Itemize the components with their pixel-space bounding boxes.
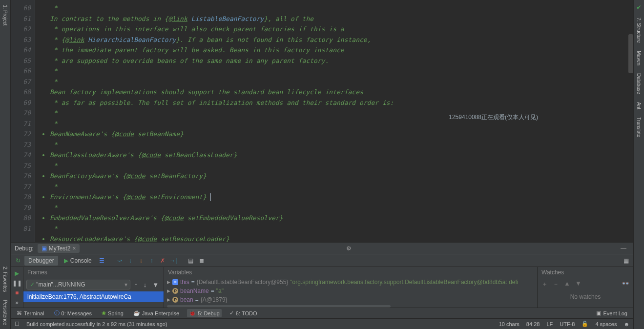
ant-toolwindow[interactable]: Ant [635,98,643,113]
encoding[interactable]: UTF-8 [560,321,575,327]
bottom-toolbar: ⌘Terminal ⓘ0: Messages ❀Spring ☕Java Ent… [11,308,633,318]
drop-frame-icon[interactable]: ✗ [158,256,167,265]
code-line[interactable]: * are supposed to override beans of the … [35,56,633,66]
terminal-tool[interactable]: ⌘Terminal [15,309,46,317]
persistence-toolwindow[interactable]: Persistence [1,296,9,329]
messages-tool[interactable]: ⓘ0: Messages [52,308,94,318]
favorites-toolwindow[interactable]: 2: Favorites [1,263,9,296]
variables-pane: Variables ▶≡ this = {DefaultListableBean… [164,267,538,308]
debug-toolbar: ↻ Debugger ▶Console ☰ ⤻ ↓ ↓ ↑ ✗ →| ▤ ≣ ▦ [11,254,633,267]
code-line[interactable]: * [35,108,633,119]
more-icon[interactable]: » [15,299,19,306]
rerun-icon[interactable]: ↻ [14,256,22,265]
caret-pos[interactable]: 84:28 [526,321,540,327]
watches-pane: Watches ＋ － ▲ ▼ 👓 No watches [538,267,633,308]
variable-row[interactable]: ▶≡ this = {DefaultListableBeanFactory@95… [164,278,537,287]
left-toolbar: 1: Project 2: Favorites Persistence [0,0,11,329]
frames-pane: Frames ✓ "main"...RUNNING ↑ ↓ ▼ initiali… [23,267,164,308]
code-line[interactable]: * Bean factory implementations should su… [35,77,633,98]
viewer-notice: 1259410088正在观看(仅本人可见) [449,113,538,122]
pause-icon[interactable]: ❚❚ [12,280,22,287]
editor-area: 6061626364656667686970717273747576777879… [11,0,633,242]
code-line[interactable]: * {@link HierarchicalBeanFactory}. If a … [35,35,633,45]
watches-title: Watches [538,267,633,278]
debug-tool[interactable]: 🐞5: Debug [187,309,222,317]
threads-icon[interactable]: ☰ [98,256,106,265]
structure-toolwindow[interactable]: 7: Structure [635,14,643,47]
watch-up-icon[interactable]: ▲ [564,280,570,288]
prev-frame-icon[interactable]: ↑ [132,281,140,288]
event-log-tool[interactable]: ▣Event Log [594,309,629,317]
indent[interactable]: 4 spaces [595,321,617,327]
thread-selector[interactable]: ✓ "main"...RUNNING [26,280,130,289]
run-to-cursor-icon[interactable]: →| [169,256,178,265]
stack-frame[interactable]: initializeBean:1776, AbstractAutowireCa [23,291,164,302]
todo-tool[interactable]: ✓6: TODO [228,309,259,317]
layout-icon[interactable]: ▦ [622,256,630,265]
console-tab[interactable]: ▶Console [60,256,96,266]
close-icon[interactable]: × [72,245,76,252]
code-editor[interactable]: * In contrast to the methods in {@link L… [35,0,633,242]
build-status: Build completed successfully in 2 s 92 m… [26,321,492,327]
run-controls: ▶ ❚❚ ■ » [11,267,23,308]
code-line[interactable]: * BeanNameAware's {@code setBeanName} [35,119,633,140]
minimize-icon[interactable]: — [618,245,629,252]
watches-empty: No watches [538,290,633,300]
debugger-tab[interactable]: Debugger [24,256,58,266]
java-ee-tool[interactable]: ☕Java Enterprise [131,309,181,317]
right-toolbar: ✔ 7: Structure Maven Database Ant Transl… [633,0,644,329]
code-line[interactable]: * In contrast to the methods in {@link L… [35,3,633,24]
glasses-icon[interactable]: 👓 [622,280,629,288]
step-into-icon[interactable]: ↓ [126,256,135,265]
filter-icon[interactable]: ▼ [150,281,161,288]
watch-down-icon[interactable]: ▼ [575,280,582,288]
code-line[interactable]: * [35,66,633,77]
inspector-icon[interactable]: ☻ [623,321,629,327]
spring-tool[interactable]: ❀Spring [100,309,125,317]
trace-icon[interactable]: ≣ [197,256,206,265]
code-line[interactable]: * ResourceLoaderAware's {@code setResour… [35,224,633,243]
readonly-icon[interactable]: 🔓 [582,321,588,327]
debug-header: Debug: ▣ MyTest2 × ⚙ — [11,242,633,254]
analysis-ok-icon[interactable]: ✔ [637,3,641,11]
database-toolwindow[interactable]: Database [635,69,643,98]
resume-icon[interactable]: ▶ [15,270,19,277]
code-line[interactable]: * as far as possible. The full set of in… [35,98,633,108]
variable-row[interactable]: ▶P beanName = "a" [164,287,537,295]
scrollbar[interactable] [628,34,633,73]
variable-row[interactable]: ▶P bean = {A@1879} [164,295,537,304]
line-sep[interactable]: LF [546,321,553,327]
step-out-icon[interactable]: ↑ [147,256,156,265]
stop-icon[interactable]: ■ [15,289,19,296]
step-over-icon[interactable]: ⤻ [115,256,124,265]
remove-watch-icon[interactable]: － [553,280,559,288]
debug-session-tab[interactable]: ▣ MyTest2 × [38,244,80,253]
frames-title: Frames [23,267,164,278]
code-line[interactable]: * BeanClassLoaderAware's {@code setBeanC… [35,140,633,161]
translate-toolwindow[interactable]: Translate [635,113,643,141]
next-frame-icon[interactable]: ↓ [142,281,149,288]
variables-title: Variables [164,267,537,278]
code-line[interactable]: * the immediate parent factory will be a… [35,45,633,56]
debug-title: Debug: [15,245,34,252]
debug-body: ▶ ❚❚ ■ » Frames ✓ "main"...RUNNING ↑ ↓ ▼… [11,267,633,308]
code-line[interactable]: * BeanFactoryAware's {@code setBeanFacto… [35,161,633,182]
evaluate-icon[interactable]: ▤ [187,256,195,265]
code-line[interactable]: * EnvironmentAware's {@code setEnvironme… [35,182,633,203]
project-toolwindow[interactable]: 1: Project [1,1,9,29]
status-icon: ☐ [15,321,20,327]
status-bar: ☐ Build completed successfully in 2 s 92… [11,318,633,329]
gutter[interactable]: 6061626364656667686970717273747576777879… [11,0,35,242]
gear-icon[interactable]: ⚙ [343,245,354,252]
code-line[interactable]: * EmbeddedValueResolverAware's {@code se… [35,203,633,224]
code-line[interactable]: * operations in this interface will also… [35,24,633,35]
selection-chars: 10 chars [499,321,519,327]
maven-toolwindow[interactable]: Maven [635,47,643,69]
force-step-into-icon[interactable]: ↓ [137,256,145,265]
add-watch-icon[interactable]: ＋ [541,280,548,288]
